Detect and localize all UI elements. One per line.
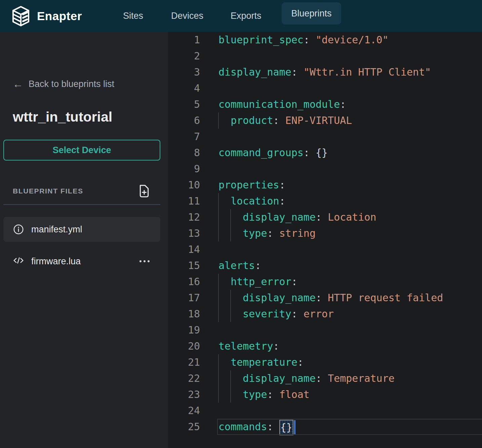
code-line[interactable]: display_name: HTTP request failed xyxy=(218,290,482,306)
code-line[interactable]: commands: {} xyxy=(218,419,482,435)
yaml-key: type xyxy=(243,389,267,400)
indent-guide-line xyxy=(218,306,219,322)
line-number: 25 xyxy=(168,419,218,435)
code-line[interactable]: http_error: xyxy=(218,274,482,290)
back-to-blueprints-link[interactable]: ← Back to blueprints list xyxy=(13,79,114,89)
line-number: 15 xyxy=(168,258,218,274)
code-line[interactable]: severity: error xyxy=(218,306,482,322)
code-line[interactable]: telemetry: xyxy=(218,338,482,354)
code-line[interactable] xyxy=(218,322,482,338)
yaml-key: alerts xyxy=(218,260,255,271)
code-editor[interactable]: 1234567891011121314151617181920212223242… xyxy=(168,32,482,448)
code-line[interactable]: display_name: Location xyxy=(218,209,482,225)
indent-guide-line xyxy=(230,290,231,306)
yaml-key: blueprint_spec xyxy=(218,34,304,46)
line-number: 23 xyxy=(168,387,218,403)
code-line[interactable]: location: xyxy=(218,193,482,209)
yaml-key: properties xyxy=(218,179,279,191)
add-file-icon[interactable] xyxy=(137,184,151,198)
line-number: 16 xyxy=(168,274,218,290)
code-text: : xyxy=(273,340,279,352)
yaml-key: telemetry xyxy=(218,340,273,352)
info-icon xyxy=(13,224,24,235)
sidebar-divider xyxy=(3,204,160,205)
code-text: : xyxy=(291,276,297,287)
line-number: 2 xyxy=(168,48,218,64)
line-number: 6 xyxy=(168,113,218,129)
nav-item-exports[interactable]: Exports xyxy=(231,9,262,23)
line-number: 11 xyxy=(168,193,218,209)
code-line[interactable] xyxy=(218,403,482,419)
yaml-key: product xyxy=(231,115,273,126)
yaml-value: HTTP request failed xyxy=(328,292,443,304)
yaml-key: command_groups xyxy=(218,147,304,159)
code-line[interactable]: properties: xyxy=(218,177,482,193)
line-number: 19 xyxy=(168,322,218,338)
enapter-logo-icon xyxy=(10,5,32,27)
line-number: 20 xyxy=(168,338,218,354)
indent-guide-line xyxy=(230,387,231,403)
file-name: firmware.lua xyxy=(31,256,81,267)
brand[interactable]: Enapter xyxy=(10,0,82,32)
code-line[interactable]: alerts: xyxy=(218,258,482,274)
indent-guide-line xyxy=(218,354,219,370)
code-line[interactable]: display_name: "Wttr.in HTTP Client" xyxy=(218,64,482,80)
code-line[interactable] xyxy=(218,161,482,177)
code-text: : {} xyxy=(304,147,328,159)
code-line[interactable]: product: ENP-VIRTUAL xyxy=(218,113,482,129)
code-line[interactable] xyxy=(218,48,482,64)
brand-name: Enapter xyxy=(37,9,82,23)
code-line[interactable]: temperature: xyxy=(218,354,482,370)
code-line[interactable] xyxy=(218,80,482,96)
code-text: : xyxy=(267,421,279,433)
code-line[interactable]: type: float xyxy=(218,387,482,403)
code-text: : xyxy=(273,115,285,126)
nav-item-blueprints[interactable]: Blueprints xyxy=(282,2,341,25)
file-name: manifest.yml xyxy=(31,224,82,235)
code-line[interactable] xyxy=(218,241,482,258)
ellipsis-icon[interactable] xyxy=(139,260,150,262)
code-content[interactable]: blueprint_spec: "device/1.0"display_name… xyxy=(218,32,482,435)
nav-item-devices[interactable]: Devices xyxy=(171,9,203,23)
code-line[interactable]: display_name: Temperature xyxy=(218,370,482,387)
code-text: : xyxy=(279,195,285,207)
code-line[interactable]: blueprint_spec: "device/1.0" xyxy=(218,32,482,48)
sidebar: ← Back to blueprints list wttr_in_tutori… xyxy=(0,32,168,448)
bracket-match-box: {} xyxy=(279,420,293,435)
code-line[interactable] xyxy=(218,129,482,145)
code-text: : xyxy=(255,260,261,271)
yaml-key: display_name xyxy=(243,372,316,384)
code-text: : xyxy=(279,179,285,191)
line-number-gutter: 1234567891011121314151617181920212223242… xyxy=(168,32,218,435)
code-text xyxy=(218,276,231,287)
line-number: 24 xyxy=(168,403,218,419)
yaml-key: display_name xyxy=(218,66,291,78)
indent-guide-line xyxy=(218,113,219,129)
file-row-manifest[interactable]: manifest.yml xyxy=(3,217,160,242)
indent-guide-line xyxy=(218,193,219,209)
yaml-value: Location xyxy=(328,211,376,223)
code-icon xyxy=(13,256,24,267)
yaml-value: Temperature xyxy=(328,372,395,384)
code-text: : xyxy=(316,372,328,384)
code-text: : xyxy=(316,292,328,304)
code-line[interactable]: communication_module: xyxy=(218,96,482,113)
code-text: : xyxy=(340,98,346,110)
indent-guide-line xyxy=(230,306,231,322)
indent-guide-line xyxy=(218,290,219,306)
line-number: 21 xyxy=(168,354,218,370)
arrow-left-icon: ← xyxy=(13,79,23,89)
code-line[interactable]: type: string xyxy=(218,225,482,241)
code-text xyxy=(218,356,231,368)
file-row-firmware[interactable]: firmware.lua xyxy=(3,249,160,274)
line-number: 13 xyxy=(168,225,218,241)
yaml-key: commands xyxy=(218,421,267,433)
indent-guide-line xyxy=(230,225,231,241)
select-device-button[interactable]: Select Device xyxy=(3,140,160,161)
indent-guide-line xyxy=(218,209,219,225)
code-line[interactable]: command_groups: {} xyxy=(218,145,482,161)
yaml-key: display_name xyxy=(243,292,316,304)
blueprint-files-header: BLUEPRINT FILES xyxy=(13,187,83,195)
line-number: 9 xyxy=(168,161,218,177)
nav-item-sites[interactable]: Sites xyxy=(123,9,143,23)
